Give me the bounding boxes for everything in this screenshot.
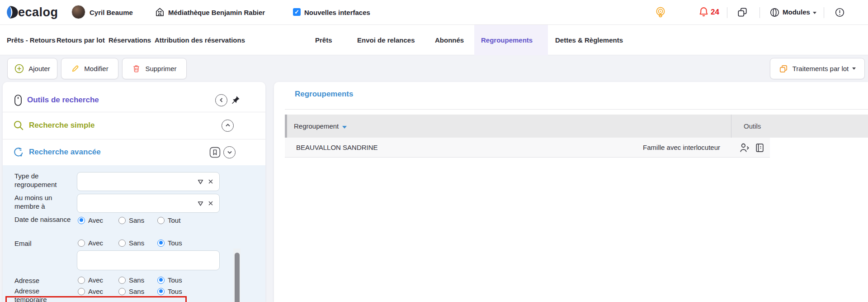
pin-icon[interactable] xyxy=(231,95,241,105)
add-button[interactable]: Ajouter xyxy=(7,58,57,79)
radio-label: Avec xyxy=(88,276,103,284)
subscriber-card-icon[interactable] xyxy=(755,143,765,153)
delete-button[interactable]: Supprimer xyxy=(122,58,187,79)
decalog-logo[interactable]: ecalog xyxy=(6,5,58,19)
type-regroupement-label: Type de regroupement xyxy=(14,172,73,189)
tab-prets[interactable]: Prêts xyxy=(315,25,332,55)
tab-reservations[interactable]: Réservations xyxy=(108,25,151,55)
radio-icon[interactable] xyxy=(78,217,85,224)
radio-icon[interactable] xyxy=(157,288,165,295)
windows-stack-icon[interactable] xyxy=(737,7,748,18)
results-title: Regroupements xyxy=(295,90,353,99)
email-input[interactable] xyxy=(77,250,220,270)
radio-date-tout[interactable]: Tout xyxy=(157,216,180,224)
tab-attribution-reservations[interactable]: Attribution des réservations xyxy=(155,25,245,55)
chevron-down-icon[interactable] xyxy=(223,146,236,158)
assistance-hotspot-icon[interactable] xyxy=(655,6,666,18)
plus-circle-icon xyxy=(14,64,24,73)
user-name: Cyril Beaume xyxy=(90,9,133,16)
new-interfaces-label: Nouvelles interfaces xyxy=(304,9,370,16)
radio-date-sans[interactable]: Sans xyxy=(118,216,144,224)
divider xyxy=(727,7,727,18)
radio-icon[interactable] xyxy=(118,217,126,224)
divider xyxy=(760,7,760,18)
modules-label: Modules xyxy=(783,8,810,16)
radio-icon[interactable] xyxy=(78,240,85,247)
tab-regroupements[interactable]: Regroupements xyxy=(481,25,533,55)
radio-adresse-sans[interactable]: Sans xyxy=(118,276,144,284)
sort-arrow-icon xyxy=(342,126,347,129)
tab-prets-retours[interactable]: Prêts - Retours xyxy=(7,25,56,55)
radio-icon[interactable] xyxy=(157,277,165,284)
library-name: Médiathèque Benjamin Rabier xyxy=(168,9,265,16)
tab-abonnes[interactable]: Abonnés xyxy=(435,25,464,55)
main-nav: Prêts - Retours Retours par lot Réservat… xyxy=(0,25,868,55)
tab-envoi-relances[interactable]: Envoi de relances xyxy=(357,25,415,55)
tab-retours-par-lot[interactable]: Retours par lot xyxy=(57,25,105,55)
radio-icon[interactable] xyxy=(118,288,126,295)
user-avatar[interactable] xyxy=(71,5,85,19)
batch-squares-icon xyxy=(779,64,788,73)
adresse-label: Adresse xyxy=(14,276,73,285)
radio-icon[interactable] xyxy=(157,240,165,247)
caret-down-icon xyxy=(813,12,816,14)
radio-label: Tout xyxy=(168,216,180,224)
radio-icon[interactable] xyxy=(118,277,126,284)
radio-email-tous[interactable]: Tous xyxy=(157,239,182,247)
radio-adresse-tous[interactable]: Tous xyxy=(157,276,182,284)
saved-search-bookmark-icon[interactable] xyxy=(209,146,221,158)
trash-icon xyxy=(132,64,141,73)
collapse-panel-icon[interactable] xyxy=(215,94,227,106)
radio-email-sans[interactable]: Sans xyxy=(118,239,144,247)
radio-label: Sans xyxy=(129,276,144,284)
notification-count-badge[interactable]: 24 xyxy=(711,8,719,17)
new-interfaces-checkbox[interactable] xyxy=(293,8,301,16)
info-icon[interactable] xyxy=(835,7,845,18)
member-person-icon[interactable] xyxy=(739,143,750,153)
divider xyxy=(285,109,868,110)
radio-icon[interactable] xyxy=(118,240,126,247)
clear-icon[interactable] xyxy=(208,178,214,185)
advanced-search-label: Recherche avancée xyxy=(29,148,101,157)
form-scrollbar-thumb[interactable] xyxy=(235,253,240,302)
mouse-icon xyxy=(14,94,23,106)
radio-label: Avec xyxy=(88,288,103,295)
modules-menu[interactable]: Modules xyxy=(783,8,816,16)
radio-icon[interactable] xyxy=(78,277,85,284)
radio-adresse-temp-avec[interactable]: Avec xyxy=(78,288,103,295)
batch-actions-button[interactable]: Traitements par lot xyxy=(770,58,865,79)
radio-adresse-temp-tous[interactable]: Tous xyxy=(157,288,182,295)
radio-date-avec[interactable]: Avec xyxy=(78,216,103,224)
delete-button-label: Supprimer xyxy=(145,65,176,72)
logo-text: ecalog xyxy=(18,5,58,19)
chevron-up-icon[interactable] xyxy=(222,120,234,132)
filter-icon[interactable] xyxy=(197,200,204,207)
radio-email-avec[interactable]: Avec xyxy=(78,239,103,247)
clear-icon[interactable] xyxy=(208,200,214,206)
filter-icon[interactable] xyxy=(197,178,204,185)
top-header: ecalog Cyril Beaume Médiathèque Benjamin… xyxy=(0,0,868,25)
notifications-bell-icon[interactable] xyxy=(698,6,709,18)
batch-actions-label: Traitements par lot xyxy=(793,65,849,72)
advanced-search-section[interactable]: Recherche avancée xyxy=(3,139,265,165)
row-group-type: Famille avec interlocuteur xyxy=(643,138,720,158)
radio-icon[interactable] xyxy=(78,288,85,295)
edit-button[interactable]: Modifier xyxy=(61,58,118,79)
table-row[interactable]: BEAUVALLON SANDRINE Famille avec interlo… xyxy=(285,138,770,158)
au-moins-membre-input[interactable] xyxy=(77,194,220,213)
simple-search-section[interactable]: Recherche simple xyxy=(3,112,265,139)
add-button-label: Ajouter xyxy=(28,65,50,72)
library-icon xyxy=(155,7,165,17)
email-label: Email xyxy=(14,239,73,248)
radio-label: Sans xyxy=(129,216,144,224)
row-group-name: BEAUVALLON SANDRINE xyxy=(296,138,378,158)
radio-icon[interactable] xyxy=(157,217,165,224)
column-header-regroupement[interactable]: Regroupement xyxy=(294,115,347,138)
radio-label: Tous xyxy=(168,239,182,247)
type-regroupement-input[interactable] xyxy=(77,172,220,191)
radio-adresse-avec[interactable]: Avec xyxy=(78,276,103,284)
radio-adresse-temp-sans[interactable]: Sans xyxy=(118,288,144,295)
au-moins-membre-label: Au moins un membre à xyxy=(14,193,73,211)
results-panel: Regroupements Regroupement Outils BEAUVA… xyxy=(274,82,868,302)
tab-dettes-reglements[interactable]: Dettes & Règlements xyxy=(555,25,623,55)
